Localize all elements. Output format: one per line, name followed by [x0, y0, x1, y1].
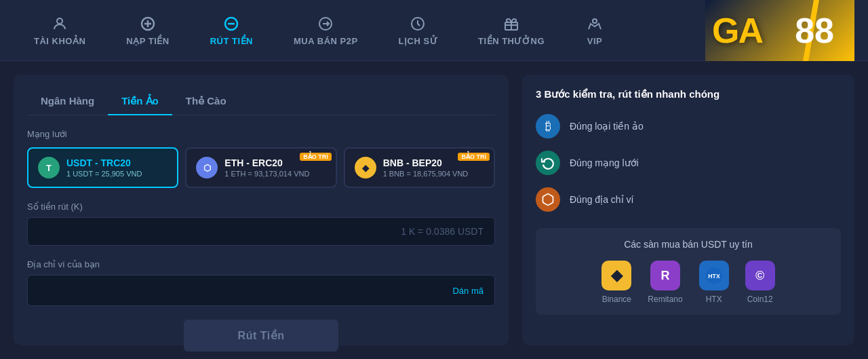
nav-label-rut-tien: RÚT TIỀN	[210, 36, 253, 46]
logo-text-88: 88	[795, 10, 834, 51]
nav-item-rut-tien[interactable]: RÚT TIỀN	[190, 0, 273, 61]
tab-ngan-hang[interactable]: Ngân Hàng	[27, 88, 108, 115]
remitano-logo: R	[650, 261, 680, 290]
bonus-icon	[502, 14, 521, 33]
address-input-wrap: Dán mã	[27, 275, 495, 306]
submit-button[interactable]: Rút Tiền	[184, 320, 339, 352]
htx-name: HTX	[706, 295, 722, 304]
exchange-logos: ◆ Binance R Remitano HTX HTX	[549, 261, 827, 304]
nav-item-nap-tien[interactable]: NẠP TIỀN	[106, 0, 189, 61]
step-2: Đúng mạng lưới	[536, 151, 841, 175]
eth-name: ETH - ERC20	[224, 157, 309, 168]
step-2-text: Đúng mạng lưới	[570, 157, 639, 168]
nav-label-tien-thuong: TIỀN THƯỞNG	[478, 36, 545, 46]
coin12-name: Coin12	[747, 295, 773, 304]
deposit-icon	[138, 14, 157, 33]
eth-rate: 1 ETH = 93,173,014 VND	[224, 170, 309, 178]
nav-item-vip[interactable]: VIP	[565, 0, 625, 61]
network-label: Mạng lưới	[27, 129, 495, 139]
p2p-icon	[316, 14, 335, 33]
address-input[interactable]	[28, 276, 441, 305]
nav-label-mua-ban-p2p: MUA BÁN P2P	[294, 36, 358, 46]
address-group: Địa chỉ ví của bạn Dán mã	[27, 259, 495, 306]
remitano-name: Remitano	[648, 295, 682, 304]
nav-items: TÀI KHOẢN NẠP TIỀN RÚT TIỀN	[14, 0, 705, 61]
right-panel: 3 Bước kiểm tra, rút tiền nhanh chóng ₿ …	[522, 75, 854, 345]
eth-icon: ⬡	[196, 157, 218, 178]
bnb-info: BNB - BEP20 1 BNB = 18,675,904 VND	[383, 157, 469, 178]
amount-input[interactable]	[27, 217, 495, 246]
exchange-binance[interactable]: ◆ Binance	[601, 261, 631, 304]
bnb-rate: 1 BNB = 18,675,904 VND	[383, 170, 469, 178]
main-content: Ngân Hàng Tiền Ảo Thẻ Cào Mạng lưới T US…	[0, 61, 868, 359]
exchange-box: Các sàn mua bán USDT uy tín ◆ Binance R …	[536, 228, 841, 315]
step-3-text: Đúng địa chỉ ví	[570, 194, 633, 205]
svg-point-9	[593, 19, 597, 23]
nav-label-tai-khoan: TÀI KHOẢN	[34, 36, 85, 46]
paste-button[interactable]: Dán mã	[441, 286, 494, 296]
bnb-icon: ◆	[355, 157, 376, 178]
usdt-icon: T	[38, 157, 60, 178]
eth-info: ETH - ERC20 1 ETH = 93,173,014 VND	[224, 157, 309, 178]
left-panel: Ngân Hàng Tiền Ảo Thẻ Cào Mạng lưới T US…	[14, 75, 509, 345]
step-2-icon	[536, 151, 560, 175]
usdt-name: USDT - TRC20	[66, 157, 142, 168]
network-cards: T USDT - TRC20 1 USDT = 25,905 VND BẢO T…	[27, 147, 495, 188]
exchange-coin12[interactable]: © Coin12	[745, 261, 775, 304]
steps-list: ₿ Đúng loại tiền ảo Đúng mạng lưới	[536, 114, 841, 212]
vip-icon	[585, 14, 604, 33]
top-navigation: TÀI KHOẢN NẠP TIỀN RÚT TIỀN	[0, 0, 868, 61]
amount-label: Số tiền rút (K)	[27, 202, 495, 212]
amount-group: Số tiền rút (K)	[27, 202, 495, 246]
history-icon	[408, 14, 427, 33]
svg-text:HTX: HTX	[708, 273, 720, 280]
nav-item-tien-thuong[interactable]: TIỀN THƯỞNG	[458, 0, 565, 61]
exchange-htx[interactable]: HTX HTX	[699, 261, 729, 304]
step-3-icon	[536, 187, 560, 212]
network-section: Mạng lưới T USDT - TRC20 1 USDT = 25,905…	[27, 129, 495, 188]
network-card-usdt[interactable]: T USDT - TRC20 1 USDT = 25,905 VND	[27, 147, 178, 188]
exchange-title: Các sàn mua bán USDT uy tín	[549, 239, 827, 250]
step-3: Đúng địa chỉ ví	[536, 187, 841, 212]
bnb-name: BNB - BEP20	[383, 157, 469, 168]
nav-label-lich-su: LỊCH SỬ	[399, 36, 438, 46]
step-1: ₿ Đúng loại tiền ảo	[536, 114, 841, 138]
tab-the-cao[interactable]: Thẻ Cào	[172, 88, 240, 115]
tab-bar: Ngân Hàng Tiền Ảo Thẻ Cào	[27, 88, 495, 115]
coin12-logo: ©	[745, 261, 775, 290]
bnb-badge: BẢO TRÌ	[458, 153, 490, 161]
nav-item-lich-su[interactable]: LỊCH SỬ	[378, 0, 458, 61]
network-card-eth[interactable]: BẢO TRÌ ⬡ ETH - ERC20 1 ETH = 93,173,014…	[185, 147, 336, 188]
account-icon	[50, 14, 69, 33]
step-1-text: Đúng loại tiền ảo	[570, 121, 644, 132]
right-panel-title: 3 Bước kiểm tra, rút tiền nhanh chóng	[536, 88, 841, 100]
usdt-info: USDT - TRC20 1 USDT = 25,905 VND	[66, 157, 142, 178]
nav-label-vip: VIP	[587, 36, 602, 46]
address-label: Địa chỉ ví của bạn	[27, 259, 495, 269]
svg-point-0	[57, 18, 62, 24]
nav-item-mua-ban-p2p[interactable]: MUA BÁN P2P	[273, 0, 378, 61]
binance-name: Binance	[602, 295, 631, 304]
withdraw-icon	[222, 14, 241, 33]
nav-label-nap-tien: NẠP TIỀN	[126, 36, 169, 46]
logo-text-ga: GA	[712, 10, 762, 51]
htx-logo: HTX	[699, 261, 729, 290]
network-card-bnb[interactable]: BẢO TRÌ ◆ BNB - BEP20 1 BNB = 18,675,904…	[344, 147, 495, 188]
usdt-rate: 1 USDT = 25,905 VND	[66, 170, 142, 178]
nav-item-tai-khoan[interactable]: TÀI KHOẢN	[14, 0, 106, 61]
binance-logo: ◆	[601, 261, 631, 290]
eth-badge: BẢO TRÌ	[300, 153, 332, 161]
submit-area: Rút Tiền	[27, 320, 495, 352]
site-logo: GA 88	[705, 0, 854, 61]
step-1-icon: ₿	[536, 114, 560, 138]
exchange-remitano[interactable]: R Remitano	[648, 261, 682, 304]
tab-tien-ao[interactable]: Tiền Ảo	[108, 88, 172, 115]
